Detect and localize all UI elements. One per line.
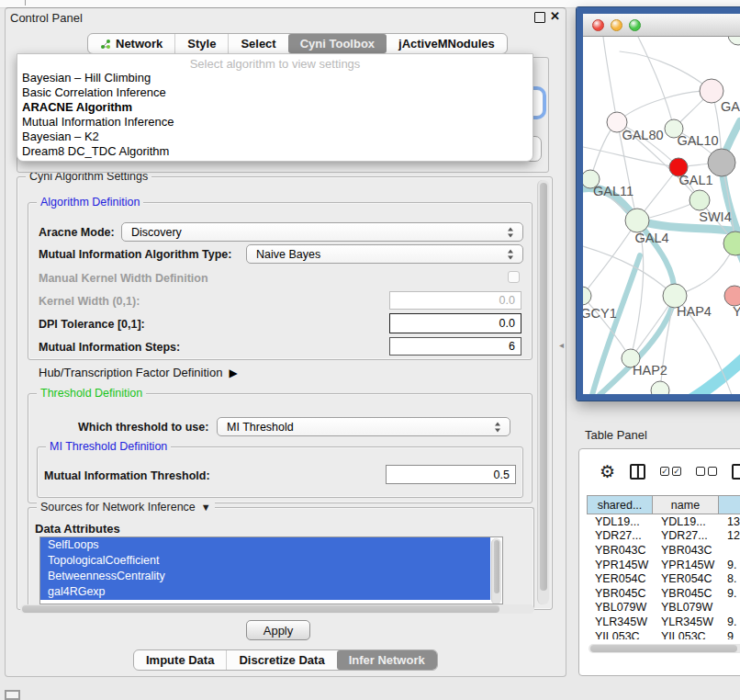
collapse-down-icon[interactable]: ▼: [201, 502, 211, 513]
table-cell[interactable]: 9: [719, 630, 740, 639]
apply-button[interactable]: Apply: [246, 620, 310, 640]
table-cell[interactable]: YBR045C: [653, 587, 719, 600]
gear-icon[interactable]: ⚙: [600, 463, 615, 480]
table-cell[interactable]: 13: [719, 515, 740, 528]
scrollbar-thumb[interactable]: [590, 645, 737, 652]
table-cell[interactable]: 9.: [719, 615, 740, 628]
hub-definition-expander[interactable]: Hub/Transcription Factor Definition ▶: [39, 366, 238, 379]
list-item[interactable]: TopologicalCoefficient: [40, 553, 490, 569]
algorithm-option[interactable]: Mutual Information Inference: [17, 115, 533, 130]
kernel-width-field[interactable]: 0.0: [389, 291, 521, 310]
dpi-tolerance-field[interactable]: 0.0: [389, 313, 521, 333]
table-cell[interactable]: YLR345W: [587, 615, 653, 628]
mi-threshold-field[interactable]: 0.5: [386, 465, 516, 484]
tab-style[interactable]: Style: [174, 34, 228, 53]
tab-cyni-toolbox[interactable]: Cyni Toolbox: [288, 34, 387, 53]
network-node[interactable]: [723, 231, 740, 255]
table-row[interactable]: YER054CYER054C8.: [587, 571, 740, 586]
table-row[interactable]: YDR27...YDR27...12: [587, 529, 740, 544]
table-cell[interactable]: YER054C: [653, 572, 719, 585]
network-node[interactable]: [690, 190, 710, 210]
network-edge[interactable]: [620, 51, 712, 91]
panel-collapse-arrow-icon[interactable]: ◂: [559, 340, 564, 350]
table-cell[interactable]: YDR27...: [587, 529, 653, 542]
scrollbar-thumb[interactable]: [540, 183, 547, 591]
zoom-traffic-light[interactable]: [629, 19, 641, 31]
network-window-titlebar[interactable]: [583, 14, 740, 37]
table-horizontal-scrollbar[interactable]: [589, 644, 740, 653]
tab-network[interactable]: Network: [88, 34, 174, 53]
network-edge[interactable]: [690, 356, 740, 394]
table-column-header[interactable]: shared...: [587, 495, 653, 514]
algorithm-option[interactable]: Basic Correlation Inference: [17, 85, 533, 100]
list-item[interactable]: SelfLoops: [40, 537, 490, 553]
list-vertical-scrollbar[interactable]: [491, 538, 501, 604]
table-cell[interactable]: 12: [719, 529, 740, 542]
table-cell[interactable]: YIL053C: [587, 630, 653, 639]
algorithm-option[interactable]: Bayesian – K2: [17, 130, 533, 144]
tab-jactivemnodules[interactable]: jActiveMNodules: [387, 34, 507, 53]
table-cell[interactable]: YPR145W: [653, 559, 719, 571]
network-canvas[interactable]: GALGAL80GAL10GAL1GAL11SWI4GAL4GCY1HAP4YH…: [583, 37, 740, 394]
network-node[interactable]: [724, 286, 740, 306]
table-cell[interactable]: YLR345W: [653, 615, 719, 628]
split-columns-icon[interactable]: [630, 464, 645, 480]
aracne-mode-combobox[interactable]: Discovery: [121, 222, 523, 242]
table-cell[interactable]: YBR045C: [587, 587, 653, 600]
algorithm-option[interactable]: Dream8 DC_TDC Algorithm: [17, 144, 533, 159]
network-node[interactable]: [625, 209, 649, 232]
list-item[interactable]: BetweennessCentrality: [40, 569, 490, 584]
network-view-window[interactable]: GALGAL80GAL10GAL1GAL11SWI4GAL4GCY1HAP4YH…: [577, 7, 740, 401]
table-cell[interactable]: YBL079W: [653, 601, 719, 614]
list-item[interactable]: gal4RGexp: [40, 584, 490, 600]
table-cell[interactable]: YIL053C: [653, 630, 719, 639]
algorithm-option-selected[interactable]: ARACNE Algorithm: [17, 100, 533, 115]
tab-select[interactable]: Select: [228, 34, 287, 53]
table-cell[interactable]: YBL079W: [587, 601, 653, 614]
table-row[interactable]: YBR043CYBR043C: [587, 543, 740, 558]
table-cell[interactable]: YBR043C: [587, 544, 653, 557]
scrollbar-thumb[interactable]: [22, 605, 499, 613]
manual-kernel-width-checkbox[interactable]: [508, 271, 520, 283]
data-attributes-list[interactable]: SelfLoops TopologicalCoefficient Between…: [39, 536, 503, 604]
table-cell[interactable]: 9.: [719, 587, 740, 600]
float-window-icon[interactable]: [534, 12, 545, 23]
tab-impute-data[interactable]: Impute Data: [134, 650, 226, 670]
deselect-all-icon[interactable]: [696, 467, 717, 476]
table-column-header[interactable]: A: [719, 495, 740, 514]
table-cell[interactable]: YDL19...: [653, 515, 719, 528]
settings-horizontal-scrollbar[interactable]: [20, 604, 534, 614]
network-node[interactable]: [728, 37, 740, 45]
tab-discretize-data[interactable]: Discretize Data: [226, 650, 336, 670]
table-cell[interactable]: 8.: [719, 572, 740, 585]
network-edge[interactable]: [638, 37, 674, 129]
which-threshold-combobox[interactable]: MI Threshold: [217, 417, 510, 436]
table-column-header[interactable]: name: [653, 495, 719, 514]
new-table-icon[interactable]: [732, 464, 740, 480]
scrollbar-thumb[interactable]: [494, 540, 499, 593]
minimized-panel-icon[interactable]: [5, 690, 20, 700]
table-row[interactable]: YPR145WYPR145W9.: [587, 558, 740, 572]
minimize-traffic-light[interactable]: [611, 19, 622, 31]
table-row[interactable]: YLR345WYLR345W9.: [587, 615, 740, 629]
select-all-icon[interactable]: ✓✓: [660, 467, 681, 476]
table-cell[interactable]: YPR145W: [587, 559, 653, 571]
table-row[interactable]: YBR045CYBR045C9.: [587, 586, 740, 601]
table-cell[interactable]: YDL19...: [587, 515, 653, 528]
table-cell[interactable]: 9.: [719, 559, 740, 571]
network-node[interactable]: [583, 287, 591, 305]
algorithm-option[interactable]: Bayesian – Hill Climbing: [17, 71, 533, 85]
table-row[interactable]: YDL19...YDL19...13: [587, 514, 740, 529]
mi-steps-field[interactable]: 6: [389, 337, 521, 356]
table-row[interactable]: YBL079WYBL079W: [587, 601, 740, 615]
close-icon[interactable]: ✕: [550, 9, 560, 23]
table-cell[interactable]: YER054C: [587, 572, 653, 585]
network-edge[interactable]: [603, 37, 617, 122]
table-cell[interactable]: YDR27...: [653, 529, 719, 542]
network-node[interactable]: [651, 381, 669, 394]
mi-algorithm-type-combobox[interactable]: Naive Bayes: [246, 244, 523, 264]
table-cell[interactable]: YBR043C: [653, 544, 719, 557]
close-traffic-light[interactable]: [592, 19, 604, 31]
tab-infer-network[interactable]: Infer Network: [337, 650, 437, 670]
table-row[interactable]: YIL053CYIL053C9: [587, 629, 740, 639]
